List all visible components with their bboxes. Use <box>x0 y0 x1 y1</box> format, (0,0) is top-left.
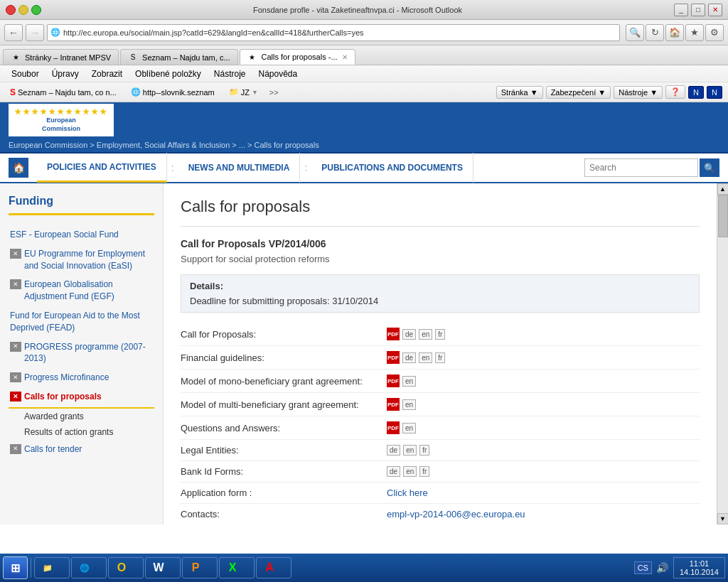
refresh-btn[interactable]: ↻ <box>646 24 664 41</box>
sidebar-item-esf[interactable]: ESF - European Social Fund <box>9 225 154 244</box>
ec-logo[interactable]: ★★★★★★★★★★★ European Commission <box>9 104 114 136</box>
lang-en-6[interactable]: en <box>403 466 417 477</box>
forward-btn[interactable]: → <box>26 24 44 41</box>
bookmark-dropdown-icon[interactable]: ▼ <box>252 89 258 96</box>
bookmarks-overflow-btn[interactable]: >> <box>268 87 280 98</box>
menu-napoveda[interactable]: Nápověda <box>253 68 304 80</box>
application-link[interactable]: Click here <box>387 487 428 498</box>
search-input[interactable] <box>584 158 698 177</box>
favorites-btn[interactable]: ★ <box>685 24 704 41</box>
nav-link-policies[interactable]: POLICIES AND ACTIVITIES <box>37 153 167 183</box>
menu-soubor[interactable]: Soubor <box>6 68 45 80</box>
bookmark-slovnik[interactable]: 🌐 http--slovnik.seznam <box>127 86 219 98</box>
lang-de-1[interactable]: de <box>402 352 416 363</box>
lang-en-0[interactable]: en <box>419 329 432 340</box>
back-btn[interactable]: ← <box>4 24 23 41</box>
taskbar-app-outlook[interactable]: O <box>108 557 144 578</box>
sidebar-item-progress[interactable]: ✕ PROGRESS programme (2007-2013) <box>9 338 154 369</box>
lang-en-1[interactable]: en <box>419 352 432 363</box>
scroll-down-btn[interactable]: ▼ <box>717 513 729 524</box>
lang-fr-1[interactable]: fr <box>435 352 445 363</box>
tab-favicon-0: ★ <box>11 53 21 63</box>
start-btn[interactable]: ⊞ <box>3 556 28 579</box>
security-btn[interactable]: Zabezpečení ▼ <box>546 86 611 99</box>
lang-fr-6[interactable]: fr <box>419 466 429 477</box>
nav-link-publications[interactable]: PUBLICATIONS AND DOCUMENTS <box>311 153 473 183</box>
tab-intranet[interactable]: ★ Stránky – Intranet MPSV <box>3 49 119 65</box>
pdf-icon-0[interactable]: PDF <box>387 328 400 340</box>
sidebar-item-fead[interactable]: Fund for European Aid to the Most Depriv… <box>9 306 154 338</box>
bookmark-icon-1: 🌐 <box>131 87 141 97</box>
bookmark-seznam[interactable]: S Seznam – Najdu tam, co n... <box>6 86 121 99</box>
n-btn-2[interactable]: N <box>707 86 722 99</box>
sidebar-item-egf[interactable]: ✕ European Globalisation Adjustment Fund… <box>9 275 154 306</box>
restore-btn[interactable]: □ <box>691 4 705 16</box>
menu-zobrazit[interactable]: Zobrazit <box>86 68 128 80</box>
bookmark-jz[interactable]: 📁 JZ ▼ <box>225 86 262 98</box>
contacts-link[interactable]: empl-vp-2014-006@ec.europa.eu <box>387 509 525 519</box>
sidebar-label-easi: EU Programme for Employment and Social I… <box>24 248 153 272</box>
nav-link-news[interactable]: NEWS AND MULTIMEDIA <box>178 153 301 183</box>
tab-seznam[interactable]: S Seznam – Najdu tam, c... <box>120 49 238 65</box>
lang-de-0[interactable]: de <box>402 329 416 340</box>
volume-icon[interactable]: 🔊 <box>655 560 670 576</box>
sidebar-sub-results[interactable]: Results of action grants <box>9 424 154 440</box>
taskbar-app-ppt[interactable]: P <box>182 557 218 578</box>
pdf-icon-4[interactable]: PDF <box>387 421 400 434</box>
row-value-7: Click here <box>387 487 428 498</box>
pdf-icon-3[interactable]: PDF <box>387 398 400 411</box>
content-area: Funding ESF - European Social Fund ✕ EU … <box>0 183 728 524</box>
nav-bar: ← → 🌐 http://ec.europa.eu/social/main.js… <box>0 20 728 45</box>
scroll-track[interactable] <box>717 195 728 513</box>
row-label-2: Model of mono-beneficiary grant agreemen… <box>181 376 387 387</box>
clock-date: 14.10.2014 <box>680 568 719 576</box>
lang-de-6[interactable]: de <box>387 466 400 477</box>
menu-upravy[interactable]: Úpravy <box>46 68 85 80</box>
taskbar-app-explorer[interactable]: 📁 <box>34 557 70 578</box>
lang-en-2[interactable]: en <box>402 376 416 387</box>
sidebar-sub-awarded[interactable]: Awarded grants <box>9 409 154 424</box>
row-label-7: Application form : <box>181 487 387 498</box>
lang-de-5[interactable]: de <box>387 445 400 456</box>
page-title: Calls for proposals <box>181 198 700 227</box>
tab-close-btn[interactable]: ✕ <box>342 53 348 61</box>
lang-fr-5[interactable]: fr <box>419 445 429 456</box>
taskbar-app-excel[interactable]: X <box>219 557 255 578</box>
help-btn[interactable]: ❓ <box>665 85 685 99</box>
sidebar-item-easi[interactable]: ✕ EU Programme for Employment and Social… <box>9 244 154 276</box>
taskbar-app-acrobat[interactable]: A <box>256 557 291 578</box>
sidebar-item-tender[interactable]: ✕ Calls for tender <box>9 440 154 459</box>
pdf-icon-2[interactable]: PDF <box>387 374 400 387</box>
taskbar-app-ie[interactable]: 🌐 <box>71 557 107 578</box>
sidebar-icon-calls: ✕ <box>10 392 21 402</box>
search-btn[interactable]: 🔍 <box>700 158 719 177</box>
home-btn[interactable]: 🏠 <box>665 24 684 41</box>
n-btn-1[interactable]: N <box>688 86 704 99</box>
sidebar-item-calls[interactable]: ✕ Calls for proposals <box>9 387 154 409</box>
address-text[interactable]: http://ec.europa.eu/social/main.jsp?catI… <box>63 28 616 37</box>
pdf-icon-1[interactable]: PDF <box>387 351 400 364</box>
nav-sep-2: : <box>300 153 311 183</box>
page-btn[interactable]: Stránka ▼ <box>496 86 543 99</box>
taskbar-app-icon-acrobat: A <box>262 561 277 575</box>
lang-en-3[interactable]: en <box>402 399 416 410</box>
row-application: Application form : Click here <box>181 483 700 504</box>
lang-en-4[interactable]: en <box>402 423 416 433</box>
scroll-up-btn[interactable]: ▲ <box>717 183 729 195</box>
lang-en-5[interactable]: en <box>403 445 417 456</box>
close-btn[interactable]: ✕ <box>708 4 722 16</box>
sidebar: Funding ESF - European Social Fund ✕ EU … <box>0 183 164 524</box>
tab-calls[interactable]: ★ Calls for proposals -... ✕ <box>240 49 355 65</box>
nav-home-btn[interactable]: 🏠 <box>9 158 28 178</box>
row-value-2: PDF en <box>387 374 416 387</box>
minimize-btn[interactable]: _ <box>674 4 688 16</box>
sidebar-item-microfinance[interactable]: ✕ Progress Microfinance <box>9 368 154 387</box>
taskbar-app-word[interactable]: W <box>145 557 181 578</box>
tools-btn[interactable]: ⚙ <box>705 24 724 41</box>
lang-fr-0[interactable]: fr <box>435 329 445 340</box>
row-value-6: de en fr <box>387 466 429 477</box>
tools-right-btn[interactable]: Nástroje ▼ <box>614 86 663 99</box>
scroll-thumb[interactable] <box>718 195 728 237</box>
menu-nastroje[interactable]: Nástroje <box>208 68 252 80</box>
menu-oblibene[interactable]: Oblíbené položky <box>129 68 207 80</box>
